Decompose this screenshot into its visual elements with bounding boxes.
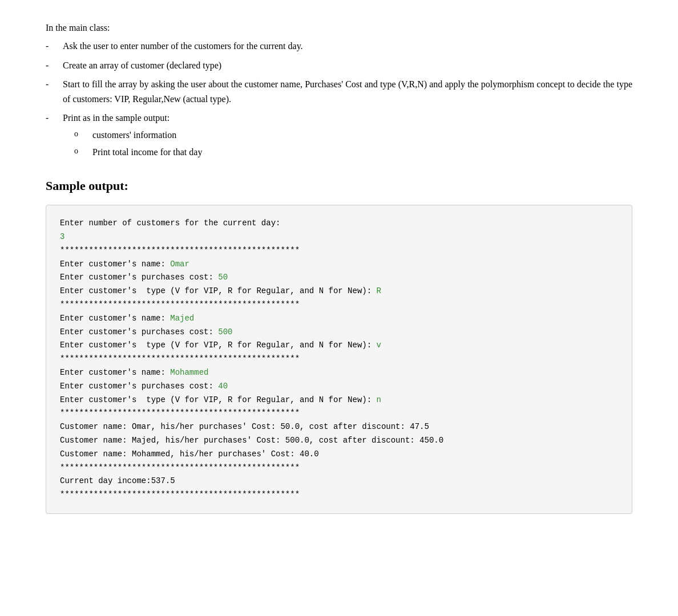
bullet-item-4: - Print as in the sample output: o custo… xyxy=(46,111,632,161)
terminal-line-20: Current day income:537.5 xyxy=(60,475,618,488)
terminal-line-12: Enter customer's name: Mohammed xyxy=(60,366,618,380)
sub-item-2: o Print total income for that day xyxy=(74,145,632,160)
intro-section: In the main class: - Ask the user to ent… xyxy=(46,23,632,161)
dash-3: - xyxy=(46,77,57,92)
terminal-line-11: ****************************************… xyxy=(60,352,618,366)
terminal-line-6: Enter customer's type (V for VIP, R for … xyxy=(60,285,618,298)
terminal-line-7: ****************************************… xyxy=(60,298,618,312)
bullet-item-1: - Ask the user to enter number of the cu… xyxy=(46,39,632,54)
terminal-line-5: Enter customer's purchases cost: 50 xyxy=(60,271,618,285)
dash-2: - xyxy=(46,58,57,73)
user-input-type-1: R xyxy=(377,286,381,295)
bullet-content-2: Create an array of customer (declared ty… xyxy=(63,58,632,73)
sub-list: o customers' information o Print total i… xyxy=(63,128,632,159)
dash-1: - xyxy=(46,39,57,54)
sample-output-heading: Sample output: xyxy=(46,179,632,193)
bullet-content-3: Start to fill the array by asking the us… xyxy=(63,77,632,106)
terminal-line-21: ****************************************… xyxy=(60,488,618,502)
user-input-name-2: Majed xyxy=(170,314,194,323)
user-input-cost-3: 40 xyxy=(218,382,228,391)
bullet-content-1: Ask the user to enter number of the cust… xyxy=(63,39,632,54)
terminal-line-8: Enter customer's name: Majed xyxy=(60,312,618,326)
terminal-box: Enter number of customers for the curren… xyxy=(46,205,632,514)
intro-label: In the main class: xyxy=(46,23,632,33)
terminal-line-13: Enter customer's purchases cost: 40 xyxy=(60,380,618,394)
terminal-line-10: Enter customer's type (V for VIP, R for … xyxy=(60,339,618,352)
terminal-line-14: Enter customer's type (V for VIP, R for … xyxy=(60,394,618,407)
user-input-cost-2: 500 xyxy=(218,327,232,337)
bullet-content-4: Print as in the sample output: o custome… xyxy=(63,111,632,161)
terminal-line-1: Enter number of customers for the curren… xyxy=(60,217,618,230)
circle-1: o xyxy=(74,128,88,140)
sub-content-2: Print total income for that day xyxy=(92,145,202,160)
user-input-type-3: n xyxy=(377,395,381,404)
terminal-line-19: ****************************************… xyxy=(60,461,618,475)
terminal-line-9: Enter customer's purchases cost: 500 xyxy=(60,326,618,339)
sub-content-1: customers' information xyxy=(92,128,176,143)
bullet-list: - Ask the user to enter number of the cu… xyxy=(46,39,632,161)
user-input-name-1: Omar xyxy=(170,260,189,269)
circle-2: o xyxy=(74,145,88,157)
sub-item-1: o customers' information xyxy=(74,128,632,143)
terminal-line-17: Customer name: Majed, his/her purchases'… xyxy=(60,434,618,448)
user-input-name-3: Mohammed xyxy=(170,368,208,377)
user-input-cost-1: 50 xyxy=(218,273,228,282)
sample-output-section: Sample output: Enter number of customers… xyxy=(46,179,632,514)
terminal-line-15: ****************************************… xyxy=(60,407,618,420)
terminal-line-2: 3 xyxy=(60,230,618,244)
terminal-line-18: Customer name: Mohammed, his/her purchas… xyxy=(60,448,618,461)
terminal-line-3: ****************************************… xyxy=(60,244,618,258)
dash-4: - xyxy=(46,111,57,125)
user-input-type-2: v xyxy=(377,341,381,350)
bullet-item-3: - Start to fill the array by asking the … xyxy=(46,77,632,106)
terminal-line-16: Customer name: Omar, his/her purchases' … xyxy=(60,420,618,434)
bullet-item-2: - Create an array of customer (declared … xyxy=(46,58,632,73)
terminal-line-4: Enter customer's name: Omar xyxy=(60,258,618,271)
